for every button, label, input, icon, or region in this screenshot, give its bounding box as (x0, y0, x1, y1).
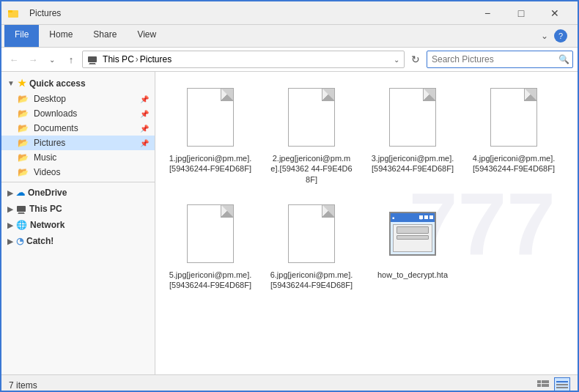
dropdown-history-button[interactable]: ⌄ (44, 51, 60, 67)
file-icon-wrapper (383, 84, 442, 150)
forward-button[interactable]: → (25, 51, 41, 67)
path-pictures: Pictures (140, 54, 172, 64)
quick-access-header[interactable]: ▼ ★ Quick access (1, 75, 155, 92)
pin-icon: 📌 (140, 125, 149, 133)
file-label: 5.jpg[jericoni@pm.me].[59436244-F9E4D68F… (168, 270, 253, 291)
list-item[interactable]: 6.jpg[jericoni@pm.me].[59436244-F9E4D68F… (264, 196, 359, 296)
file-icon-wrapper (282, 201, 341, 267)
folder-icon: 📂 (16, 152, 29, 163)
tab-file[interactable]: File (4, 25, 39, 47)
chevron-icon: ▶ (7, 221, 13, 229)
sidebar-item-videos[interactable]: 📂 Videos (1, 165, 155, 180)
file-label: 2.jpeg[jericoni@pm.me].[594362 44-F9E4D6… (269, 153, 354, 185)
search-icon[interactable]: 🔍 (555, 51, 572, 68)
fold-icon (424, 89, 435, 100)
hta-inner-btn-2 (397, 235, 429, 240)
fold-icon (221, 89, 233, 100)
tab-home[interactable]: Home (39, 25, 83, 47)
star-icon: ★ (18, 78, 26, 89)
hta-btn-2: □ (424, 215, 428, 219)
sidebar-item-label: Desktop (34, 94, 66, 104)
svg-rect-6 (18, 212, 24, 214)
sidebar-item-documents[interactable]: 📂 Documents 📌 (1, 121, 155, 136)
ribbon-tabs: File Home Share View ⌄ ? (1, 25, 578, 47)
main-layout: ▼ ★ Quick access 📂 Desktop 📌 📂 Downloads… (1, 72, 578, 374)
file-label: 4.jpg[jericoni@pm.me].[59436244-F9E4D68F… (471, 153, 556, 174)
details-view-button[interactable] (554, 377, 570, 393)
thispc-header[interactable]: ▶ This PC (1, 201, 155, 217)
document-icon (288, 88, 335, 147)
network-label: Network (30, 220, 64, 230)
file-label: 1.jpg[jericoni@pm.me].[59436244-F9E4D68F… (168, 153, 253, 174)
hta-btn-3: × (429, 215, 433, 219)
minimize-button[interactable]: − (471, 1, 504, 25)
list-item[interactable]: ■ _ □ × how_to_decrypt.ht (365, 196, 460, 296)
sidebar-item-desktop[interactable]: 📂 Desktop 📌 (1, 92, 155, 106)
refresh-button[interactable]: ↻ (407, 51, 424, 67)
path-pc: This PC (87, 54, 134, 64)
content-area: 777 1.jpg[jericoni@pm.me].[59436244-F9E4… (155, 72, 578, 374)
maximize-button[interactable]: □ (504, 1, 538, 25)
onedrive-header[interactable]: ▶ ☁ OneDrive (1, 185, 155, 201)
ribbon-expand[interactable]: ⌄ ? (534, 25, 575, 47)
chevron-icon: ▼ (7, 79, 15, 87)
sidebar-item-music[interactable]: 📂 Music (1, 150, 155, 165)
hta-controls: _ □ × (419, 215, 433, 219)
chevron-icon: ▶ (7, 205, 13, 213)
file-grid: 1.jpg[jericoni@pm.me].[59436244-F9E4D68F… (163, 79, 570, 295)
file-icon-wrapper (484, 84, 543, 150)
svg-rect-16 (556, 387, 568, 388)
svg-rect-8 (537, 380, 541, 383)
sidebar-item-downloads[interactable]: 📂 Downloads 📌 (1, 106, 155, 121)
network-header[interactable]: ▶ 🌐 Network (1, 217, 155, 233)
address-bar: ← → ⌄ ↑ This PC › Pictures ⌄ ↻ 🔍 (1, 48, 578, 72)
status-count: 7 items (9, 380, 37, 391)
document-icon (187, 204, 234, 263)
chevron-icon: ▶ (7, 237, 13, 245)
status-bar: 7 items (1, 374, 578, 392)
sidebar: ▼ ★ Quick access 📂 Desktop 📌 📂 Downloads… (1, 72, 155, 374)
folder-icon: 📂 (16, 123, 29, 133)
search-input[interactable] (427, 54, 555, 64)
search-box[interactable]: 🔍 (427, 51, 573, 68)
list-item[interactable]: 3.jpg[jericoni@pm.me].[59436244-F9E4D68F… (365, 79, 460, 190)
cloud-icon: ☁ (16, 188, 25, 198)
close-button[interactable]: ✕ (538, 1, 572, 25)
quick-access-label: Quick access (29, 78, 86, 89)
sidebar-item-label: Pictures (34, 138, 65, 148)
back-button[interactable]: ← (6, 51, 22, 67)
list-item[interactable]: 5.jpg[jericoni@pm.me].[59436244-F9E4D68F… (163, 196, 258, 296)
hta-titlebar: ■ _ □ × (391, 213, 435, 222)
fold-icon (322, 205, 334, 217)
folder-icon: 📂 (16, 167, 29, 177)
catch-header[interactable]: ▶ ◔ Catch! (1, 233, 155, 249)
svg-rect-2 (88, 56, 97, 62)
window-controls: − □ ✕ (471, 1, 572, 25)
up-button[interactable]: ↑ (63, 51, 79, 67)
help-icon: ? (554, 29, 567, 42)
tab-view[interactable]: View (127, 25, 166, 47)
thispc-label: This PC (29, 204, 62, 214)
svg-rect-12 (542, 384, 545, 387)
sidebar-item-pictures[interactable]: 📂 Pictures 📌 (1, 136, 155, 150)
svg-rect-11 (537, 384, 541, 387)
hta-inner-btn (397, 226, 429, 234)
document-icon (187, 88, 234, 147)
catch-icon: ◔ (16, 236, 23, 246)
address-path[interactable]: This PC › Pictures ⌄ (82, 51, 405, 68)
file-icon-wrapper (181, 84, 240, 150)
list-view-button[interactable] (535, 377, 551, 393)
list-item[interactable]: 2.jpeg[jericoni@pm.me].[594362 44-F9E4D6… (264, 79, 359, 190)
list-item[interactable]: 4.jpg[jericoni@pm.me].[59436244-F9E4D68F… (466, 79, 561, 190)
onedrive-label: OneDrive (28, 188, 67, 198)
tab-share[interactable]: Share (83, 25, 127, 47)
path-separator-1: › (136, 54, 139, 64)
svg-rect-1 (8, 10, 12, 12)
path-dropdown-icon[interactable]: ⌄ (394, 56, 399, 64)
pin-icon: 📌 (140, 139, 149, 147)
window-title: Pictures (29, 8, 471, 18)
svg-rect-7 (18, 213, 25, 214)
hta-title-text: ■ (392, 215, 394, 220)
svg-rect-10 (545, 380, 549, 383)
list-item[interactable]: 1.jpg[jericoni@pm.me].[59436244-F9E4D68F… (163, 79, 258, 190)
